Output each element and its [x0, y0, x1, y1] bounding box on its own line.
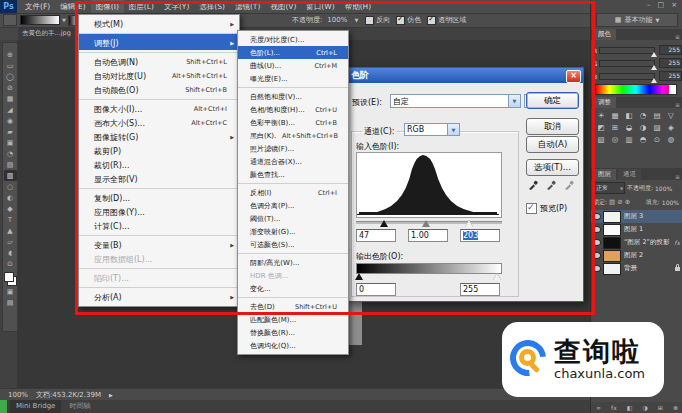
fill-value[interactable]: 100% — [662, 199, 679, 206]
tool-button[interactable]: ○ — [4, 181, 17, 192]
adjustment-icon[interactable]: ▥ — [622, 133, 636, 145]
checkbox-icon[interactable] — [427, 16, 436, 25]
menu-bar-item[interactable]: 图层(L) — [124, 0, 159, 13]
opacity-value[interactable]: 100% — [655, 185, 672, 192]
white-point-slider[interactable] — [465, 220, 473, 227]
gradient-preview[interactable] — [20, 15, 60, 25]
tab-layers[interactable]: 图层 — [593, 169, 616, 180]
input-white-field[interactable]: 203 — [460, 229, 500, 242]
tool-button[interactable]: T — [4, 214, 17, 225]
menu-item[interactable]: 可选颜色(S)... — [238, 238, 348, 251]
opacity-value[interactable]: 100% — [327, 16, 347, 24]
tool-button[interactable]: ◖ — [4, 247, 17, 258]
menu-item[interactable]: 亮度/对比度(C)... — [238, 33, 348, 46]
visibility-eye-icon[interactable] — [593, 253, 600, 258]
chevron-down-icon[interactable]: ▼ — [508, 95, 520, 107]
visibility-eye-icon[interactable] — [593, 240, 600, 245]
menu-bar-item[interactable]: 滤镜(T) — [230, 0, 265, 13]
menu-item[interactable]: 图像旋转(G) ▶ — [79, 130, 239, 144]
slider-handle[interactable] — [651, 65, 657, 70]
menu-item[interactable]: 反相(I) Ctrl+I — [238, 183, 348, 199]
cancel-button[interactable]: 取消 — [526, 118, 579, 135]
menu-item[interactable]: 色彩平衡(B)... Ctrl+B — [238, 116, 348, 129]
adjustment-icon[interactable]: ▽ — [664, 109, 678, 121]
adjustment-icon[interactable]: ◒ — [622, 121, 636, 133]
menu-item[interactable]: 替换颜色(R)... — [238, 326, 348, 339]
menu-item[interactable]: 裁剪(P) — [79, 144, 239, 158]
tool-button[interactable]: ▦ — [4, 93, 17, 104]
tab-mini-bridge[interactable]: Mini Bridge — [10, 400, 61, 413]
adjustment-icon[interactable]: ▤ — [650, 109, 664, 121]
option-checkbox[interactable]: 仿色 — [396, 15, 421, 25]
tool-button[interactable]: ⊕ — [4, 49, 17, 60]
quick-mask-icon[interactable]: ▣ — [4, 286, 17, 297]
layers-panel-action-icon[interactable]: ⊞ — [658, 404, 663, 411]
panel-menu-icon[interactable]: ≡ — [675, 33, 680, 40]
tool-button[interactable]: ◐ — [4, 192, 17, 203]
blend-mode-select[interactable]: 正常 ▼ — [593, 182, 625, 194]
layer-thumbnail[interactable] — [603, 211, 621, 223]
option-checkbox[interactable]: 透明区域 — [427, 15, 466, 25]
layer-row[interactable]: 背景 — [591, 262, 682, 275]
input-gamma-field[interactable]: 1.00 — [408, 229, 448, 242]
menu-item[interactable]: 自动颜色(O) Shift+Ctrl+B — [79, 83, 239, 97]
chevron-down-icon[interactable]: ▼ — [62, 17, 66, 23]
menu-item[interactable]: 通道混合器(X)... — [238, 155, 348, 168]
menu-bar-item[interactable]: 编辑(E) — [55, 0, 91, 13]
checkbox-icon[interactable] — [526, 203, 537, 214]
menu-item[interactable]: 黑白(K)... Alt+Shift+Ctrl+B — [238, 129, 348, 142]
checkbox-icon[interactable] — [365, 16, 374, 25]
menu-item[interactable]: 曝光度(E)... — [238, 72, 348, 85]
channel-select[interactable]: RGB ▼ — [404, 123, 460, 136]
menu-bar-item[interactable]: 窗口(W) — [301, 0, 339, 13]
visibility-eye-icon[interactable] — [593, 266, 600, 271]
layer-thumbnail[interactable] — [603, 250, 621, 262]
screen-mode-icon[interactable]: ▤ — [4, 297, 17, 308]
menu-bar-item[interactable]: 帮助(H) — [340, 0, 377, 13]
tab-adjustments[interactable]: 调整 — [593, 97, 616, 108]
adjustment-icon[interactable]: ◧ — [622, 109, 636, 121]
menu-bar-item[interactable]: 视图(V) — [265, 0, 301, 13]
foreground-color-swatch[interactable] — [4, 272, 14, 282]
adjustment-icon[interactable]: ⊙ — [650, 133, 664, 145]
adjustment-icon[interactable]: ◑ — [636, 121, 650, 133]
tool-button[interactable]: ▲ — [4, 225, 17, 236]
layer-row[interactable]: 图层 3 — [591, 210, 682, 223]
adjustment-icon[interactable]: ◈ — [664, 121, 678, 133]
tool-button[interactable]: ⊘ — [4, 82, 17, 93]
black-point-slider[interactable] — [380, 220, 388, 227]
output-white-slider[interactable] — [493, 273, 501, 280]
menu-item[interactable]: 色调均化(Q)... — [238, 339, 348, 352]
tool-button[interactable]: ▱ — [4, 236, 17, 247]
output-black-slider[interactable] — [355, 273, 363, 280]
menu-item[interactable]: 应用数据组(L)... — [79, 252, 239, 266]
layer-row[interactable]: “图层 2”的投影 fx — [591, 236, 682, 249]
tool-button[interactable]: ▭ — [4, 60, 17, 71]
visibility-eye-icon[interactable] — [593, 227, 600, 232]
menu-item[interactable]: 变化... — [238, 282, 348, 295]
adjustment-icon[interactable]: ⊞ — [608, 121, 622, 133]
menu-item[interactable]: 自动对比度(U) Alt+Shift+Ctrl+L — [79, 69, 239, 83]
menu-item[interactable]: 匹配颜色(M)... — [238, 313, 348, 326]
menu-item[interactable]: 去色(D) Shift+Ctrl+U — [238, 297, 348, 313]
menu-item[interactable]: 色阶(L)... Ctrl+L — [238, 46, 348, 59]
preview-checkbox[interactable]: 预览(P) — [526, 203, 567, 214]
adjustment-icon[interactable]: ◓ — [636, 133, 650, 145]
workspace-switcher[interactable]: ▦ 基本功能 ▼ — [596, 13, 678, 27]
menu-item[interactable]: 画布大小(S)... Alt+Ctrl+C — [79, 116, 239, 130]
color-slider-track[interactable] — [599, 60, 655, 67]
menu-item[interactable]: 色相/饱和度(H)... Ctrl+U — [238, 103, 348, 116]
slider-handle[interactable] — [651, 52, 657, 57]
tool-button[interactable]: ▣ — [4, 137, 17, 148]
color-spectrum-bar[interactable] — [595, 84, 677, 95]
adjustment-icon[interactable]: ◎ — [608, 133, 622, 145]
menu-item[interactable]: 阴影/高光(W)... — [238, 253, 348, 269]
panel-menu-icon[interactable]: ≡ — [675, 173, 680, 180]
color-slider-track[interactable] — [599, 73, 655, 80]
adjustment-icon[interactable]: ◔ — [636, 109, 650, 121]
color-slider-row[interactable]: B 255 — [591, 70, 682, 82]
gray-point-eyedropper-icon[interactable] — [544, 178, 560, 194]
layers-panel-action-icon[interactable]: ⊗ — [673, 404, 678, 411]
tool-button[interactable]: ⊙ — [4, 258, 17, 269]
close-button[interactable]: × — [566, 70, 581, 83]
